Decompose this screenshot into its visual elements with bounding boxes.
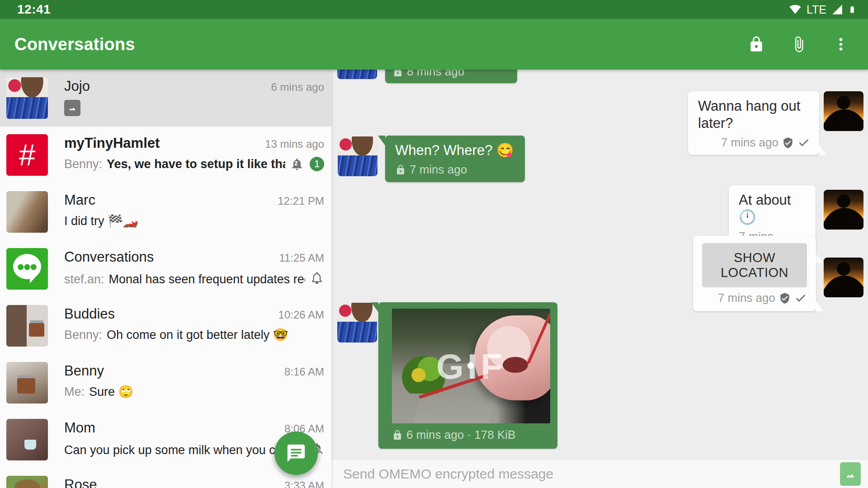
conversation-row-benny[interactable]: Benny 8:16 AM Me: Sure 🙄 xyxy=(0,354,331,411)
last-message: I did try 🏁🏎️ xyxy=(64,214,138,228)
avatar-marc xyxy=(6,191,48,233)
bubble-tail xyxy=(816,301,823,311)
message-time: 7 mins ago xyxy=(718,291,775,305)
message-text: Wanna hang out later? xyxy=(698,98,810,132)
bubble-tail xyxy=(371,302,378,312)
avatar-partner xyxy=(824,190,863,230)
app-screen: 12:41 LTE Conversations xyxy=(0,0,868,488)
timestamp: 11:25 AM xyxy=(274,252,324,264)
status-bar: 12:41 LTE xyxy=(0,0,868,19)
conversation-row-jojo[interactable]: Jojo 6 mins ago xyxy=(0,70,331,127)
bubble-tail xyxy=(819,145,826,155)
message-bubble-received-gif[interactable]: GIF 6 mins ago · 178 KiB xyxy=(378,302,557,449)
message-input-bar xyxy=(331,459,868,488)
encrypted-lock-icon xyxy=(392,430,403,441)
conversation-row-rose[interactable]: Rose 3:33 AM xyxy=(0,468,331,488)
avatar-jojo-chat xyxy=(338,136,377,176)
last-message: Can you pick up some milk when you come xyxy=(64,443,299,457)
timestamp: 10:26 AM xyxy=(273,309,324,321)
avatar-mytinyhamlet: # xyxy=(6,134,48,176)
bubble-tail xyxy=(816,253,823,263)
message-meta: 8 mins ago xyxy=(392,70,464,79)
message-bubble-sent-location[interactable]: SHOW LOCATION 7 mins ago xyxy=(693,236,816,311)
wifi-icon xyxy=(788,4,802,15)
conversation-row-buddies[interactable]: Buddies 10:26 AM Benny: Oh come on it go… xyxy=(0,297,331,354)
message-text: When? Where? 😋 xyxy=(395,142,514,159)
page-title: Conversations xyxy=(14,35,135,54)
status-time: 12:41 xyxy=(17,2,51,17)
avatar-rose xyxy=(6,476,48,488)
attach-button[interactable] xyxy=(785,30,813,58)
message-time: 7 mins ago xyxy=(721,136,778,150)
quick-share-image-button[interactable] xyxy=(840,462,861,486)
message-time: 6 mins ago · 178 KiB xyxy=(406,428,515,442)
chat-icon xyxy=(286,443,307,464)
chat-panel: 8 mins ago Wanna hang out later? 7 mins … xyxy=(331,70,868,488)
timestamp: 12:21 PM xyxy=(272,195,324,207)
encrypted-lock-icon xyxy=(395,164,406,175)
timestamp: 3:33 AM xyxy=(279,479,324,488)
conversation-row-mytinyhamlet[interactable]: # myTinyHamlet 13 mins ago Benny: Yes, w… xyxy=(0,127,331,183)
last-message: Oh come on it got better lately 🤓 xyxy=(107,328,288,342)
notifications-bell-icon xyxy=(310,271,324,288)
show-location-button[interactable]: SHOW LOCATION xyxy=(702,243,807,287)
cell-signal-icon xyxy=(831,4,844,15)
trusted-shield-icon xyxy=(782,137,794,149)
overflow-menu-button[interactable] xyxy=(827,31,854,58)
contact-name: Rose xyxy=(64,477,97,488)
message-text: At about 🕛 xyxy=(739,192,807,226)
avatar-buddies xyxy=(6,305,48,347)
battery-icon xyxy=(848,3,856,16)
hash-glyph: # xyxy=(19,138,36,172)
last-message: Yes, we have to setup it like that ev… xyxy=(107,157,285,171)
gif-preview-image[interactable]: GIF xyxy=(392,309,550,423)
contact-name: Conversations xyxy=(64,249,154,265)
contact-name: Benny xyxy=(64,363,104,379)
delivered-check-icon xyxy=(797,136,810,149)
timestamp: 13 mins ago xyxy=(259,138,324,150)
message-input[interactable] xyxy=(342,466,833,482)
contact-name: Buddies xyxy=(64,306,115,322)
message-time: 8 mins ago xyxy=(407,70,464,79)
last-sender: Benny: xyxy=(64,328,102,342)
message-bubble-sent[interactable]: Wanna hang out later? 7 mins ago xyxy=(688,91,819,155)
trusted-shield-icon xyxy=(779,292,791,304)
last-message: Monal has seen frequent updates rece… xyxy=(109,272,305,286)
timestamp: 6 mins ago xyxy=(266,81,324,94)
avatar-conversations-logo xyxy=(6,248,48,290)
timestamp: 8:16 AM xyxy=(279,366,324,378)
network-type-label: LTE xyxy=(807,3,826,16)
avatar-jojo xyxy=(6,77,48,119)
message-bubble-received[interactable]: When? Where? 😋 7 mins ago xyxy=(385,136,525,182)
avatar-benny xyxy=(6,362,48,404)
contact-name: myTinyHamlet xyxy=(64,135,160,151)
message-bubble-received-partial[interactable]: 8 mins ago xyxy=(385,70,517,83)
last-sender: Me: xyxy=(64,385,85,399)
message-time: 7 mins ago xyxy=(410,163,467,177)
conversation-list: Jojo 6 mins ago # myTinyHamlet 13 mins xyxy=(0,70,331,488)
avatar-jojo-chat xyxy=(337,70,377,79)
avatar-mom xyxy=(6,419,48,460)
bubble-tail xyxy=(378,136,385,145)
gif-badge: GIF xyxy=(392,346,550,387)
contact-name: Marc xyxy=(64,192,95,208)
new-conversation-fab[interactable] xyxy=(274,432,318,475)
conversation-row-marc[interactable]: Marc 12:21 PM I did try 🏁🏎️ xyxy=(0,183,331,240)
encryption-lock-button[interactable] xyxy=(742,30,770,58)
contact-name: Mom xyxy=(64,420,95,436)
last-sender: stef.an: xyxy=(64,272,104,286)
unread-count-badge: 1 xyxy=(310,157,324,171)
image-attachment-icon xyxy=(64,100,80,116)
avatar-partner xyxy=(824,91,863,131)
contact-name: Jojo xyxy=(64,78,90,94)
encrypted-lock-icon xyxy=(392,70,403,77)
notifications-snoozed-icon: z xyxy=(290,157,304,171)
last-sender: Benny: xyxy=(64,157,102,171)
avatar-partner xyxy=(824,258,863,297)
app-toolbar: Conversations xyxy=(0,19,868,70)
delivered-check-icon xyxy=(794,292,807,305)
conversation-row-conversations[interactable]: Conversations 11:25 AM stef.an: Monal ha… xyxy=(0,240,331,297)
last-message: Sure 🙄 xyxy=(89,385,133,399)
